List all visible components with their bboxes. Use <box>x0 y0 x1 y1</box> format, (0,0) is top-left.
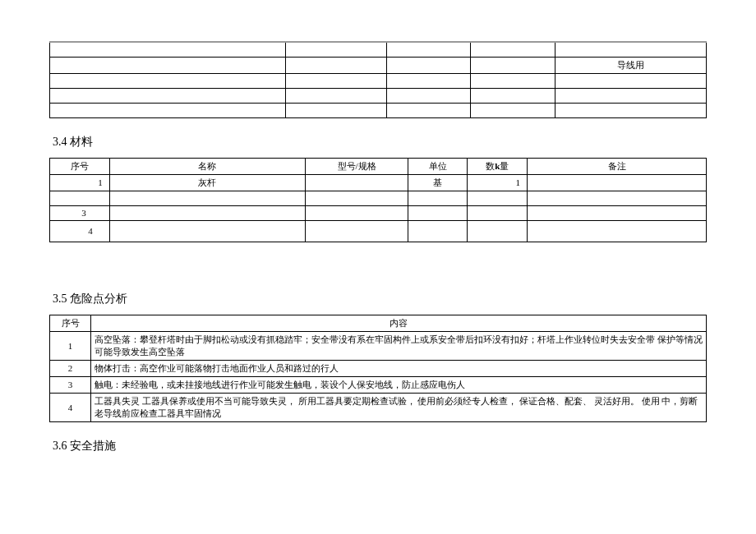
cell <box>50 57 286 73</box>
cell <box>386 73 470 88</box>
cell <box>50 103 286 117</box>
cell <box>386 88 470 103</box>
cell <box>471 88 555 103</box>
cell <box>471 103 555 117</box>
name-cell <box>109 205 306 220</box>
cell <box>555 42 706 57</box>
risk-table: 序号 内容 1 高空坠落：攀登杆塔时由于脚扣松动或没有抓稳踏牢；安全带没有系在牢… <box>49 315 707 422</box>
seq-cell <box>50 191 110 205</box>
unit-cell: 基 <box>408 174 468 191</box>
cell <box>285 57 386 73</box>
name-cell <box>109 191 306 205</box>
table-header-row: 序号 内容 <box>50 315 707 331</box>
table-row: 导线用 <box>50 57 707 73</box>
table-row: 2 物体打击：高空作业可能落物打击地面作业人员和路过的行人 <box>50 360 707 376</box>
col-content: 内容 <box>91 315 707 331</box>
seq-cell: 1 <box>50 331 91 360</box>
cell <box>285 73 386 88</box>
table-header-row: 序号 名称 型号/规格 单位 数k量 备注 <box>50 158 707 174</box>
col-name: 名称 <box>109 158 306 174</box>
remark-cell <box>528 220 707 242</box>
content-cell: 触电：未经验电，或未挂接地线进行作业可能发生触电，装设个人保安地线，防止感应电伤… <box>91 376 707 393</box>
remark-cell <box>528 191 707 205</box>
table-row: 3 <box>50 205 707 220</box>
spec-cell <box>306 205 408 220</box>
cell <box>386 103 470 117</box>
name-cell <box>109 220 306 242</box>
table-row: 3 触电：未经验电，或未挂接地线进行作业可能发生触电，装设个人保安地线，防止感应… <box>50 376 707 393</box>
col-remark: 备注 <box>528 158 707 174</box>
cell <box>50 42 286 57</box>
qty-cell <box>468 205 528 220</box>
cell <box>285 103 386 117</box>
content-cell: 高空坠落：攀登杆塔时由于脚扣松动或没有抓稳踏牢；安全带没有系在牢固构件上或系安全… <box>91 331 707 360</box>
qty-cell <box>468 220 528 242</box>
qty-label: 数k量 <box>486 161 509 171</box>
qty-cell <box>468 191 528 205</box>
remark-cell <box>528 174 707 191</box>
unit-cell <box>408 220 468 242</box>
seq-cell: 1 <box>50 174 110 191</box>
section-heading-34: 3.4 材料 <box>53 135 707 150</box>
cell <box>555 73 706 88</box>
content-cell: 工器具失灵 工器具保养或使用不当可能导致失灵， 所用工器具要定期检查试验， 使用… <box>91 393 707 421</box>
spec-cell <box>306 174 408 191</box>
col-seq: 序号 <box>50 158 110 174</box>
cell <box>555 103 706 117</box>
seq-cell: 4 <box>50 220 110 242</box>
unit-cell <box>408 191 468 205</box>
section-heading-35: 3.5 危险点分析 <box>53 292 707 306</box>
table-row: 1 高空坠落：攀登杆塔时由于脚扣松动或没有抓稳踏牢；安全带没有系在牢固构件上或系… <box>50 331 707 360</box>
section-heading-36: 3.6 安全措施 <box>53 439 707 453</box>
table-row <box>50 42 707 57</box>
materials-table: 序号 名称 型号/规格 单位 数k量 备注 1 灰杆 基 1 3 4 <box>49 158 707 242</box>
cell <box>285 88 386 103</box>
cell <box>285 42 386 57</box>
unit-cell <box>408 205 468 220</box>
cell <box>471 42 555 57</box>
seq-cell: 4 <box>50 393 91 421</box>
col-spec: 型号/规格 <box>306 158 408 174</box>
spec-cell <box>306 220 408 242</box>
cell <box>50 88 286 103</box>
remark-cell <box>528 205 707 220</box>
cell <box>555 88 706 103</box>
name-cell: 灰杆 <box>109 174 306 191</box>
cell <box>386 57 470 73</box>
col-qty: 数k量 <box>468 158 528 174</box>
seq-cell: 3 <box>50 205 110 220</box>
table-row: 4 <box>50 220 707 242</box>
seq-cell: 2 <box>50 360 91 376</box>
spec-cell <box>306 191 408 205</box>
content-cell: 物体打击：高空作业可能落物打击地面作业人员和路过的行人 <box>91 360 707 376</box>
table-row: 4 工器具失灵 工器具保养或使用不当可能导致失灵， 所用工器具要定期检查试验， … <box>50 393 707 421</box>
col-seq: 序号 <box>50 315 91 331</box>
note-cell: 导线用 <box>555 57 706 73</box>
cell <box>386 42 470 57</box>
table-row <box>50 191 707 205</box>
table-row <box>50 103 707 117</box>
equipment-table: 导线用 <box>49 41 707 118</box>
seq-cell: 3 <box>50 376 91 393</box>
cell <box>471 73 555 88</box>
table-row: 1 灰杆 基 1 <box>50 174 707 191</box>
table-row <box>50 73 707 88</box>
cell <box>471 57 555 73</box>
qty-cell: 1 <box>468 174 528 191</box>
cell <box>50 73 286 88</box>
col-unit: 单位 <box>408 158 468 174</box>
table-row <box>50 88 707 103</box>
